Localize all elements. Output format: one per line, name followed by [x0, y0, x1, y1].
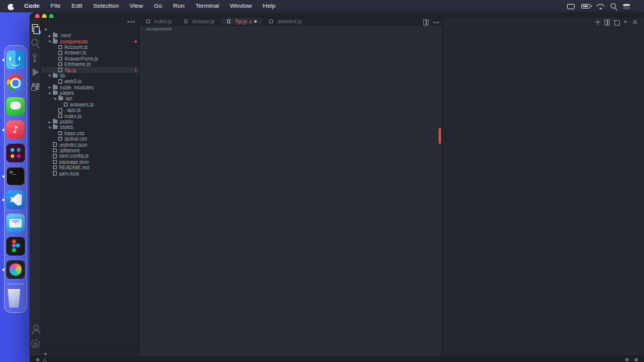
code-editor[interactable] [140, 31, 442, 356]
dock-item-vscode[interactable] [6, 190, 25, 209]
menubar: CodeFileEditSelectionViewGoRunTerminalWi… [0, 0, 644, 12]
tree-item-pages[interactable]: pages [41, 90, 139, 96]
menu-item-file[interactable]: File [45, 0, 66, 12]
tree-item-styles[interactable]: styles [41, 124, 139, 130]
file-icon [58, 113, 62, 118]
menu-item-run[interactable]: Run [167, 0, 190, 12]
dock-item-trash[interactable] [6, 289, 25, 308]
panel-header-icons [595, 19, 638, 25]
control-center-icon[interactable] [623, 3, 630, 9]
terminal-output[interactable] [449, 28, 605, 353]
outline-section[interactable] [41, 350, 139, 356]
tree-item-answerform.js[interactable]: AnswerForm.js [41, 56, 139, 61]
settings-gear-icon[interactable] [31, 339, 40, 348]
chevron-down-icon [53, 96, 58, 101]
search-icon[interactable] [611, 3, 617, 9]
menu-item-selection[interactable]: Selection [88, 0, 124, 12]
problem-count-badge: 1 [250, 19, 252, 24]
explorer-badge [37, 30, 41, 34]
more-actions-icon[interactable] [433, 19, 439, 25]
search-view-icon[interactable] [31, 39, 40, 47]
tree-item-.eslintrc.json[interactable]: .eslintrc.json [41, 141, 139, 147]
tree-item-account.js[interactable]: Account.js [41, 44, 139, 50]
tree-item-api[interactable]: api [41, 96, 139, 101]
tree-item-readme.md[interactable]: README.md [41, 165, 139, 170]
dock-item-messages[interactable] [6, 97, 25, 116]
tree-item-answers.js[interactable]: answers.js [41, 102, 139, 107]
split-terminal-icon[interactable] [604, 19, 610, 25]
tree-item-global.css[interactable]: global.css [41, 136, 139, 141]
tree-item-lib[interactable]: lib [41, 73, 139, 78]
window-titlebar[interactable] [30, 12, 644, 18]
messages-icon [6, 97, 25, 116]
source-control-icon[interactable] [31, 54, 40, 62]
tree-item-tip.js[interactable]: Tip.js1 [41, 67, 139, 72]
tree-item-.gitignore[interactable]: .gitignore [41, 148, 139, 153]
tree-item-yarn.lock[interactable]: yarn.lock [41, 170, 139, 176]
tree-item-.next[interactable]: .next [41, 33, 139, 38]
file-icon [184, 19, 188, 24]
chevron-down-icon [47, 39, 52, 44]
account-icon[interactable] [31, 325, 40, 333]
wifi-icon[interactable] [597, 3, 604, 9]
tree-item-public[interactable]: public [41, 119, 139, 124]
problems-status[interactable]: ⊗ △ [36, 357, 48, 362]
extensions-icon[interactable] [31, 83, 40, 92]
dock-item-finder[interactable] [6, 50, 25, 69]
file-icon [58, 68, 62, 72]
indent-spacer [53, 79, 58, 84]
tree-item-components[interactable]: components [41, 38, 139, 44]
tab-bar: index.jsAnswer.jsTip.js1answers.js [140, 18, 442, 26]
menu-item-go[interactable]: Go [149, 0, 168, 12]
notifications-bell-icon[interactable] [635, 358, 638, 361]
apple-menu-icon[interactable] [8, 3, 14, 10]
tree-item-node_modules[interactable]: node_modules [41, 85, 139, 90]
tab-tip.js[interactable]: Tip.js1 [221, 18, 264, 25]
dock-item-creative[interactable] [6, 260, 25, 279]
editor-scrollbar[interactable] [436, 31, 442, 356]
tree-item-ethname.js[interactable]: EthName.js [41, 61, 139, 67]
dock-item-slack[interactable] [6, 144, 25, 162]
dock-item-music[interactable] [6, 120, 25, 139]
tab-index.js[interactable]: index.js [140, 18, 178, 25]
tab-answers.js[interactable]: answers.js [263, 18, 308, 25]
finder-icon [6, 50, 25, 69]
tree-item-next.config.js[interactable]: next.config.js [41, 153, 139, 158]
new-terminal-icon[interactable] [595, 19, 600, 25]
indent-spacer [47, 165, 52, 170]
breadcrumb-components[interactable]: components [146, 26, 172, 31]
chevron-down-icon[interactable] [623, 19, 628, 25]
display-icon[interactable] [567, 4, 575, 9]
explorer-icon[interactable] [31, 24, 40, 33]
tab-answer.js[interactable]: Answer.js [178, 18, 221, 25]
tree-item-index.js[interactable]: index.js [41, 113, 139, 118]
battery-icon[interactable] [581, 4, 590, 9]
chrome-icon [6, 74, 25, 92]
menu-item-window[interactable]: Window [224, 0, 257, 12]
menu-item-terminal[interactable]: Terminal [190, 0, 224, 12]
menu-item-edit[interactable]: Edit [66, 0, 88, 12]
run-debug-icon[interactable] [31, 68, 40, 77]
dock-item-figma[interactable] [6, 237, 25, 256]
chevron-right-icon [47, 120, 52, 124]
tree-item-package.json[interactable]: package.json [41, 159, 139, 165]
tree-item-web3.js[interactable]: web3.js [41, 78, 139, 84]
tree-item-base.css[interactable]: base.css [41, 131, 139, 136]
dirty-indicator [254, 20, 257, 23]
workspace-root[interactable] [41, 26, 139, 33]
menu-item-view[interactable]: View [124, 0, 149, 12]
close-panel-icon[interactable] [632, 19, 638, 25]
dock-item-chrome[interactable] [6, 74, 25, 92]
folder-icon [53, 74, 58, 78]
kill-terminal-icon[interactable] [614, 19, 619, 25]
dock-item-mail[interactable] [6, 214, 25, 232]
tree-item-_app.js[interactable]: _app.js [41, 107, 139, 113]
feedback-icon[interactable] [625, 358, 628, 361]
menu-item-help[interactable]: Help [257, 0, 281, 12]
split-editor-icon[interactable] [423, 19, 429, 25]
dock-item-terminal[interactable] [6, 167, 25, 186]
more-actions-icon[interactable] [128, 21, 135, 23]
menu-item-code[interactable]: Code [19, 0, 45, 12]
indent-spacer [53, 50, 58, 55]
tree-item-answer.js[interactable]: Answer.js [41, 50, 139, 55]
